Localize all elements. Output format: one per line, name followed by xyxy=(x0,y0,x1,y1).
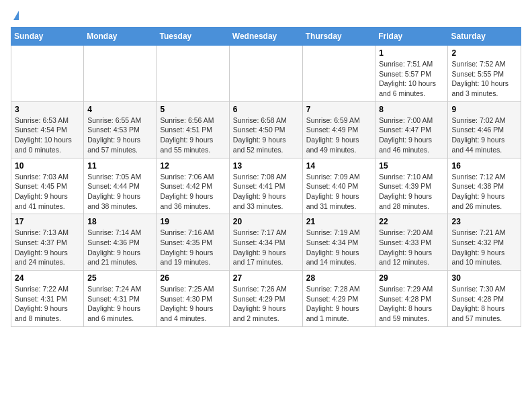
calendar-week-3: 10Sunrise: 7:03 AM Sunset: 4:45 PM Dayli… xyxy=(11,158,521,214)
logo-triangle-icon xyxy=(13,11,19,20)
col-header-sunday: Sunday xyxy=(11,28,84,46)
day-number: 10 xyxy=(15,161,80,171)
day-info: Sunrise: 7:28 AM Sunset: 4:29 PM Dayligh… xyxy=(306,284,372,324)
calendar-cell: 19Sunrise: 7:16 AM Sunset: 4:35 PM Dayli… xyxy=(157,214,229,271)
day-number: 16 xyxy=(451,161,517,171)
day-number: 29 xyxy=(379,273,444,283)
day-info: Sunrise: 6:55 AM Sunset: 4:53 PM Dayligh… xyxy=(87,116,152,155)
calendar-cell: 18Sunrise: 7:14 AM Sunset: 4:36 PM Dayli… xyxy=(84,214,157,271)
day-info: Sunrise: 7:26 AM Sunset: 4:29 PM Dayligh… xyxy=(233,284,299,324)
day-info: Sunrise: 7:30 AM Sunset: 4:28 PM Dayligh… xyxy=(451,284,517,324)
day-number: 25 xyxy=(87,273,152,283)
day-number: 28 xyxy=(306,273,372,283)
day-info: Sunrise: 7:19 AM Sunset: 4:34 PM Dayligh… xyxy=(306,228,372,267)
calendar-cell: 27Sunrise: 7:26 AM Sunset: 4:29 PM Dayli… xyxy=(229,271,302,327)
col-header-tuesday: Tuesday xyxy=(157,28,229,46)
day-number: 21 xyxy=(306,217,372,226)
calendar-cell: 11Sunrise: 7:05 AM Sunset: 4:44 PM Dayli… xyxy=(84,158,157,214)
day-number: 3 xyxy=(15,105,80,114)
calendar-cell: 20Sunrise: 7:17 AM Sunset: 4:34 PM Dayli… xyxy=(229,214,302,271)
day-number: 12 xyxy=(160,161,225,171)
calendar-cell: 13Sunrise: 7:08 AM Sunset: 4:41 PM Dayli… xyxy=(229,158,302,214)
calendar-cell: 23Sunrise: 7:21 AM Sunset: 4:32 PM Dayli… xyxy=(448,214,521,271)
day-info: Sunrise: 7:21 AM Sunset: 4:32 PM Dayligh… xyxy=(451,228,517,267)
calendar-week-1: 1Sunrise: 7:51 AM Sunset: 5:57 PM Daylig… xyxy=(11,46,521,102)
day-info: Sunrise: 7:09 AM Sunset: 4:40 PM Dayligh… xyxy=(306,172,372,212)
day-info: Sunrise: 6:53 AM Sunset: 4:54 PM Dayligh… xyxy=(15,116,80,155)
calendar-cell: 2Sunrise: 7:52 AM Sunset: 5:55 PM Daylig… xyxy=(448,46,521,102)
day-number: 26 xyxy=(160,273,225,283)
calendar-cell: 7Sunrise: 6:59 AM Sunset: 4:49 PM Daylig… xyxy=(302,101,375,158)
day-number: 30 xyxy=(451,273,517,283)
calendar-cell: 16Sunrise: 7:12 AM Sunset: 4:38 PM Dayli… xyxy=(448,158,521,214)
calendar-cell: 15Sunrise: 7:10 AM Sunset: 4:39 PM Dayli… xyxy=(375,158,448,214)
day-number: 24 xyxy=(15,273,80,283)
day-info: Sunrise: 7:25 AM Sunset: 4:30 PM Dayligh… xyxy=(160,284,225,324)
day-number: 18 xyxy=(87,217,152,226)
day-info: Sunrise: 7:17 AM Sunset: 4:34 PM Dayligh… xyxy=(233,228,299,267)
day-number: 14 xyxy=(306,161,372,171)
calendar-week-5: 24Sunrise: 7:22 AM Sunset: 4:31 PM Dayli… xyxy=(11,271,521,327)
calendar-cell xyxy=(229,46,302,102)
calendar-cell: 6Sunrise: 6:58 AM Sunset: 4:50 PM Daylig… xyxy=(229,101,302,158)
day-number: 20 xyxy=(233,217,299,226)
day-number: 27 xyxy=(233,273,299,283)
day-number: 17 xyxy=(15,217,80,226)
calendar-cell: 24Sunrise: 7:22 AM Sunset: 4:31 PM Dayli… xyxy=(11,271,84,327)
calendar-cell xyxy=(11,46,84,102)
day-info: Sunrise: 7:16 AM Sunset: 4:35 PM Dayligh… xyxy=(160,228,225,267)
day-info: Sunrise: 6:56 AM Sunset: 4:51 PM Dayligh… xyxy=(160,116,225,155)
day-number: 6 xyxy=(233,105,299,114)
calendar-cell: 10Sunrise: 7:03 AM Sunset: 4:45 PM Dayli… xyxy=(11,158,84,214)
day-info: Sunrise: 6:58 AM Sunset: 4:50 PM Dayligh… xyxy=(233,116,299,155)
calendar-cell: 28Sunrise: 7:28 AM Sunset: 4:29 PM Dayli… xyxy=(302,271,375,327)
calendar-cell: 8Sunrise: 7:00 AM Sunset: 4:47 PM Daylig… xyxy=(375,101,448,158)
calendar-cell: 9Sunrise: 7:02 AM Sunset: 4:46 PM Daylig… xyxy=(448,101,521,158)
day-number: 22 xyxy=(379,217,444,226)
col-header-wednesday: Wednesday xyxy=(229,28,302,46)
calendar-cell xyxy=(302,46,375,102)
calendar-cell xyxy=(84,46,157,102)
day-number: 1 xyxy=(379,48,444,58)
calendar-cell: 14Sunrise: 7:09 AM Sunset: 4:40 PM Dayli… xyxy=(302,158,375,214)
calendar-cell: 5Sunrise: 6:56 AM Sunset: 4:51 PM Daylig… xyxy=(157,101,229,158)
day-info: Sunrise: 7:10 AM Sunset: 4:39 PM Dayligh… xyxy=(379,172,444,212)
day-info: Sunrise: 7:52 AM Sunset: 5:55 PM Dayligh… xyxy=(451,59,517,99)
calendar-cell: 21Sunrise: 7:19 AM Sunset: 4:34 PM Dayli… xyxy=(302,214,375,271)
day-info: Sunrise: 7:12 AM Sunset: 4:38 PM Dayligh… xyxy=(451,172,517,212)
day-number: 7 xyxy=(306,105,372,114)
day-number: 4 xyxy=(87,105,152,114)
calendar-cell: 3Sunrise: 6:53 AM Sunset: 4:54 PM Daylig… xyxy=(11,101,84,158)
col-header-friday: Friday xyxy=(375,28,448,46)
logo xyxy=(11,11,19,20)
day-info: Sunrise: 7:13 AM Sunset: 4:37 PM Dayligh… xyxy=(15,228,80,267)
day-number: 2 xyxy=(451,48,517,58)
day-info: Sunrise: 7:20 AM Sunset: 4:33 PM Dayligh… xyxy=(379,228,444,267)
day-info: Sunrise: 7:00 AM Sunset: 4:47 PM Dayligh… xyxy=(379,116,444,155)
calendar-cell: 17Sunrise: 7:13 AM Sunset: 4:37 PM Dayli… xyxy=(11,214,84,271)
day-info: Sunrise: 7:24 AM Sunset: 4:31 PM Dayligh… xyxy=(87,284,152,324)
day-number: 5 xyxy=(160,105,225,114)
day-number: 11 xyxy=(87,161,152,171)
calendar-cell: 26Sunrise: 7:25 AM Sunset: 4:30 PM Dayli… xyxy=(157,271,229,327)
col-header-saturday: Saturday xyxy=(448,28,521,46)
calendar-cell: 25Sunrise: 7:24 AM Sunset: 4:31 PM Dayli… xyxy=(84,271,157,327)
calendar-table: SundayMondayTuesdayWednesdayThursdayFrid… xyxy=(11,27,521,327)
calendar-cell: 12Sunrise: 7:06 AM Sunset: 4:42 PM Dayli… xyxy=(157,158,229,214)
day-info: Sunrise: 7:08 AM Sunset: 4:41 PM Dayligh… xyxy=(233,172,299,212)
day-info: Sunrise: 7:51 AM Sunset: 5:57 PM Dayligh… xyxy=(379,59,444,99)
day-number: 13 xyxy=(233,161,299,171)
col-header-monday: Monday xyxy=(84,28,157,46)
calendar-header-row: SundayMondayTuesdayWednesdayThursdayFrid… xyxy=(11,28,521,46)
calendar-week-4: 17Sunrise: 7:13 AM Sunset: 4:37 PM Dayli… xyxy=(11,214,521,271)
day-info: Sunrise: 7:02 AM Sunset: 4:46 PM Dayligh… xyxy=(451,116,517,155)
day-info: Sunrise: 7:05 AM Sunset: 4:44 PM Dayligh… xyxy=(87,172,152,212)
day-number: 19 xyxy=(160,217,225,226)
day-number: 8 xyxy=(379,105,444,114)
day-number: 15 xyxy=(379,161,444,171)
day-info: Sunrise: 7:03 AM Sunset: 4:45 PM Dayligh… xyxy=(15,172,80,212)
calendar-cell xyxy=(157,46,229,102)
calendar-cell: 22Sunrise: 7:20 AM Sunset: 4:33 PM Dayli… xyxy=(375,214,448,271)
day-number: 9 xyxy=(451,105,517,114)
header xyxy=(11,11,521,20)
